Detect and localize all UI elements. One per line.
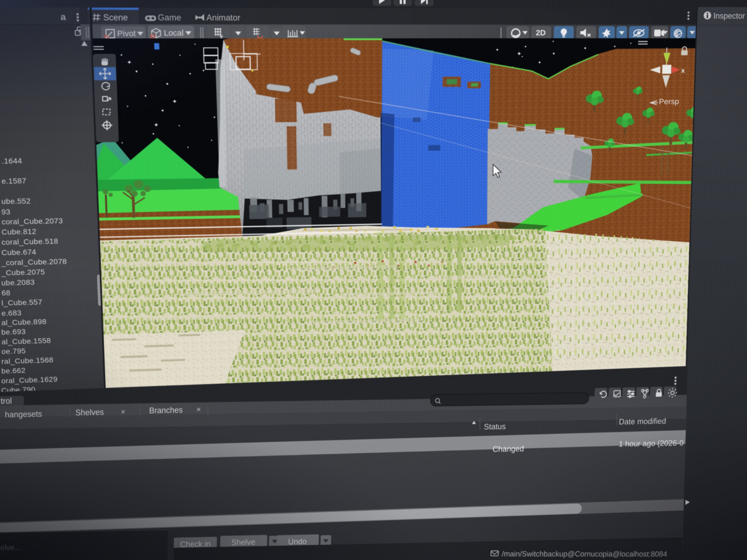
svg-text:Shelve: Shelve bbox=[231, 537, 256, 547]
svg-text:elve...: elve... bbox=[0, 543, 21, 552]
svg-text:1 hour ago (2026-0: 1 hour ago (2026-0 bbox=[619, 438, 684, 449]
svg-text:Status: Status bbox=[484, 422, 506, 431]
svg-text:hangesets: hangesets bbox=[5, 409, 42, 419]
svg-text:trol: trol bbox=[1, 396, 12, 405]
svg-text:×: × bbox=[121, 407, 126, 416]
svg-text:/main/Switchbackup@Cornucopia@: /main/Switchbackup@Cornucopia@localhost:… bbox=[501, 550, 668, 558]
svg-text:×: × bbox=[196, 405, 201, 414]
svg-text:Shelves: Shelves bbox=[76, 407, 104, 417]
svg-text:Branches: Branches bbox=[149, 405, 183, 415]
svg-text:Changed: Changed bbox=[493, 444, 524, 454]
svg-text:Date modified: Date modified bbox=[619, 416, 666, 426]
svg-text:Undo: Undo bbox=[288, 537, 307, 546]
